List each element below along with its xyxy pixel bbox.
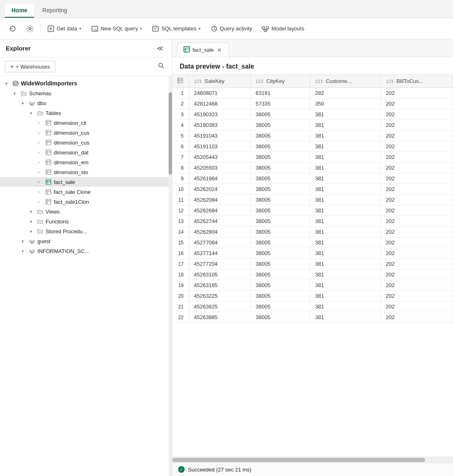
model-icon: [262, 25, 269, 32]
cell-salekey-4: 45190383: [189, 120, 250, 131]
tree-label-dim_city: dimension_cit: [54, 120, 87, 126]
tree-item-dim_sto[interactable]: › dimension_sto: [0, 167, 169, 177]
cell-customer-22: 381: [310, 312, 380, 323]
cell-citykey-5: 38005: [250, 131, 310, 141]
table-row: 7 45205443 38005 381 202: [172, 152, 453, 163]
cell-customer-3: 381: [310, 109, 380, 120]
query-activity-button[interactable]: Query activity: [206, 23, 256, 34]
tab-reporting[interactable]: Reporting: [36, 4, 74, 18]
settings-button[interactable]: [22, 23, 38, 34]
tree-item-fact_sale[interactable]: › fact_sale: [0, 177, 169, 187]
tree-chevron-fact_1clon-leaf: ›: [38, 200, 43, 204]
cell-salekey-14: 45262804: [189, 227, 250, 237]
sql-templates-button[interactable]: SQL templates ▾: [148, 23, 205, 34]
cell-customer-13: 381: [310, 216, 380, 227]
cell-customer-7: 381: [310, 152, 380, 163]
tree-label-schemas: Schemas: [29, 90, 51, 97]
get-data-button[interactable]: Get data ▾: [43, 23, 85, 34]
row-num-3: 3: [172, 109, 189, 120]
plus-icon: +: [10, 63, 14, 70]
svg-text:SQL: SQL: [93, 28, 98, 31]
tab-home[interactable]: Home: [5, 4, 34, 18]
sidebar-scrollbar-thumb[interactable]: [169, 92, 172, 175]
cell-citykey-18: 38005: [250, 269, 310, 280]
data-preview-area: Data preview - fact_sale 123 SaleKey: [172, 57, 453, 457]
sidebar-header-actions: ≪: [154, 44, 166, 53]
status-bar: ✓ Succeeded (27 sec 21 ms): [172, 462, 453, 476]
cell-customer-1: 282: [310, 88, 380, 99]
cell-salekey-2: 42812468: [189, 99, 250, 109]
sql-icon: SQL: [91, 25, 98, 32]
sidebar-header: Explorer ≪: [0, 39, 172, 57]
tree-item-schemas[interactable]: ▾ Schemas: [0, 88, 169, 98]
cell-salekey-7: 45205443: [189, 152, 250, 163]
search-sidebar-button[interactable]: [156, 62, 167, 71]
cell-salekey-22: 45263885: [189, 312, 250, 323]
tree-item-dim_em[interactable]: › dimension_em: [0, 157, 169, 167]
col-type-citykey: 123: [256, 79, 263, 84]
tree-item-functions[interactable]: ▾ Functions: [0, 216, 169, 226]
tree-item-views[interactable]: ▾ Views: [0, 207, 169, 216]
content-tabs-bar: fact_sale ✕: [172, 39, 453, 57]
cell-citykey-6: 38005: [250, 141, 310, 152]
tree-label-fact_clone: fact_sale Clone: [54, 189, 91, 195]
table-row: 6 45191103 38005 381 202: [172, 141, 453, 152]
horizontal-scrollbar[interactable]: [172, 457, 453, 462]
tree-chevron-functions: ▾: [30, 219, 35, 224]
sidebar-tree: ▾ WideWorldImporters ▾ Schemas ▾ dbo ▾ T…: [0, 76, 169, 476]
table-row: 14 45262804 38005 381 202: [172, 227, 453, 237]
tree-chevron-dim_em-leaf: ›: [38, 160, 43, 165]
cell-customer-4: 381: [310, 120, 380, 131]
row-num-10: 10: [172, 184, 189, 195]
svg-point-0: [29, 28, 31, 30]
cell-customer-2: 350: [310, 99, 380, 109]
cell-customer-20: 381: [310, 291, 380, 301]
tree-chevron-dim_dat-leaf: ›: [38, 150, 43, 155]
tree-icon-wwi: [12, 80, 19, 87]
row-num-6: 6: [172, 141, 189, 152]
row-num-20: 20: [172, 291, 189, 301]
tree-item-fact_1clon[interactable]: › fact_sale1Clon: [0, 197, 169, 207]
refresh-button[interactable]: [5, 23, 21, 34]
new-sql-button[interactable]: SQL New SQL query ▾: [87, 23, 146, 34]
tree-icon-dim_cus1: [45, 129, 52, 136]
cell-customer-19: 381: [310, 280, 380, 291]
row-num-16: 16: [172, 248, 189, 259]
tree-item-dim_dat[interactable]: › dimension_dat: [0, 147, 169, 157]
cell-salekey-18: 45263105: [189, 269, 250, 280]
tree-item-dim_cus2[interactable]: › dimension_cus: [0, 138, 169, 147]
model-layouts-button[interactable]: Model layouts: [258, 23, 308, 34]
col-type-billto: 123: [386, 79, 393, 84]
h-scrollbar-thumb[interactable]: [172, 458, 425, 462]
cell-salekey-15: 45277084: [189, 237, 250, 248]
tree-item-dbo[interactable]: ▾ dbo: [0, 98, 169, 108]
cell-citykey-13: 38005: [250, 216, 310, 227]
col-type-salekey: 123: [194, 79, 201, 84]
main-layout: Explorer ≪ + + Warehouses ▾ WideWorldImp…: [0, 39, 453, 476]
data-table: 123 SaleKey 123 CityKey 123 Custome...: [172, 75, 453, 323]
sidebar-scrollbar-track[interactable]: [169, 76, 172, 476]
tree-chevron-stored_proc: ▾: [30, 229, 35, 234]
content-tab-fact-sale[interactable]: fact_sale ✕: [177, 43, 229, 57]
col-label-citykey: CityKey: [266, 78, 285, 84]
collapse-sidebar-button[interactable]: ≪: [154, 44, 166, 53]
tree-item-dim_cus1[interactable]: › dimension_cus: [0, 128, 169, 138]
tree-item-dim_city[interactable]: › dimension_cit: [0, 118, 169, 128]
tree-item-info_sc[interactable]: ▾ INFORMATION_SC...: [0, 246, 169, 256]
tree-item-fact_clone[interactable]: › fact_sale Clone: [0, 187, 169, 197]
cell-salekey-19: 45263165: [189, 280, 250, 291]
cell-customer-10: 381: [310, 184, 380, 195]
content-tab-close-button[interactable]: ✕: [216, 47, 223, 53]
cell-billto-18: 202: [381, 269, 453, 280]
add-warehouse-button[interactable]: + + Warehouses: [5, 61, 55, 72]
tree-chevron-guest: ▾: [22, 239, 27, 244]
tree-item-stored_proc[interactable]: ▾ Stored Procedu...: [0, 226, 169, 236]
tree-item-tables[interactable]: ▾ Tables: [0, 108, 169, 118]
svg-rect-4: [153, 26, 158, 31]
sql-templates-chevron: ▾: [199, 26, 201, 31]
tree-item-wwi[interactable]: ▾ WideWorldImporters: [0, 78, 169, 88]
tree-icon-dim_dat: [45, 149, 52, 156]
tree-item-guest[interactable]: ▾ guest: [0, 236, 169, 246]
tree-label-dim_cus1: dimension_cus: [54, 130, 89, 136]
cell-billto-19: 202: [381, 280, 453, 291]
